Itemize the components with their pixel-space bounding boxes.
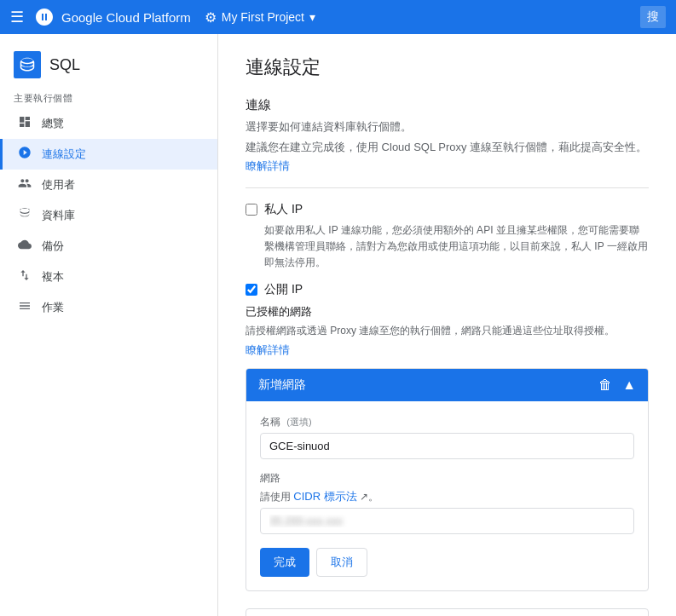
network-field-input[interactable]	[260, 508, 634, 534]
sidebar-item-backup[interactable]: 備份	[0, 231, 217, 262]
private-ip-row: 私人 IP	[246, 202, 649, 217]
backup-icon	[16, 238, 33, 255]
connection-desc2-text: 建議您在建立完成後，使用 Cloud SQL Proxy 連線至執行個體，藉此提…	[246, 141, 647, 153]
private-ip-checkbox[interactable]	[246, 204, 257, 216]
new-network-box: 新增網路 🗑 ▲ 名稱 (選填) 網路 請使用 CIDR 標	[246, 368, 649, 591]
project-name: My First Project	[222, 10, 304, 24]
database-icon	[16, 207, 33, 224]
authorized-networks-label: 已授權的網路	[246, 304, 649, 320]
public-ip-row: 公開 IP	[246, 282, 649, 297]
connection-learn-more[interactable]: 瞭解詳情	[246, 159, 290, 172]
add-network-button[interactable]: + 新增「網路」	[246, 608, 649, 616]
name-field-label: 名稱 (選填)	[260, 415, 634, 429]
cidr-link[interactable]: CIDR 標示法	[293, 490, 356, 503]
topbar-logo: Google Cloud Platform	[34, 7, 191, 27]
connection-desc2: 建議您在建立完成後，使用 Cloud SQL Proxy 連線至執行個體，藉此提…	[246, 139, 649, 156]
menu-icon[interactable]: ☰	[10, 8, 24, 26]
authorized-networks-desc: 請授權網路或透過 Proxy 連線至您的執行個體，網路只能通過這些位址取得授權。	[246, 323, 649, 339]
overview-icon	[16, 115, 33, 132]
sidebar-label-jobs: 作業	[42, 300, 64, 315]
network-field-group: 網路 請使用 CIDR 標示法 ↗。	[260, 471, 634, 534]
sidebar-item-overview[interactable]: 總覽	[0, 108, 217, 139]
sidebar-label-replica: 複本	[42, 269, 64, 285]
network-btn-row: 完成 取消	[260, 548, 634, 577]
public-ip-checkbox[interactable]	[246, 284, 257, 296]
sidebar-item-replica[interactable]: 複本	[0, 262, 217, 292]
network-field-label: 網路	[260, 471, 634, 486]
name-field-group: 名稱 (選填)	[260, 415, 634, 459]
connection-icon	[16, 146, 33, 163]
project-icon: ⚙	[205, 9, 217, 26]
jobs-icon	[16, 299, 33, 316]
sidebar-label-backup: 備份	[42, 239, 64, 254]
public-ip-label[interactable]: 公開 IP	[264, 282, 303, 297]
search-button[interactable]: 搜	[640, 6, 666, 28]
network-box-body: 名稱 (選填) 網路 請使用 CIDR 標示法 ↗。 完成 取消	[246, 401, 648, 590]
authorized-networks-learn-more[interactable]: 瞭解詳情	[246, 343, 290, 356]
sidebar-item-connection[interactable]: 連線設定	[0, 139, 217, 170]
gcp-logo-icon	[34, 7, 55, 27]
topbar: ☰ Google Cloud Platform ⚙ My First Proje…	[0, 0, 676, 34]
gcp-logo-text: Google Cloud Platform	[61, 10, 191, 25]
layout: SQL 主要執行個體 總覽 連線設定 使用者 資料庫	[0, 34, 676, 616]
network-box-header-actions: 🗑 ▲	[598, 377, 636, 393]
sidebar-item-jobs[interactable]: 作業	[0, 292, 217, 323]
name-optional-label: (選填)	[286, 417, 311, 427]
network-box-header: 新增網路 🗑 ▲	[246, 369, 648, 401]
project-selector[interactable]: ⚙ My First Project ▾	[205, 9, 315, 26]
network-cidr-note: 請使用 CIDR 標示法 ↗。	[260, 489, 634, 504]
network-collapse-button[interactable]: ▲	[622, 377, 636, 393]
replica-icon	[16, 268, 33, 285]
connection-desc1: 選擇要如何連結資料庫執行個體。	[246, 118, 649, 135]
sidebar-label-users: 使用者	[42, 177, 75, 193]
sql-icon	[14, 51, 41, 78]
sidebar-db-header: SQL	[0, 41, 217, 85]
name-field-input[interactable]	[260, 433, 634, 459]
users-icon	[16, 176, 33, 193]
db-title: SQL	[49, 56, 80, 74]
cancel-button[interactable]: 取消	[316, 548, 367, 577]
dropdown-icon: ▾	[309, 10, 315, 24]
sidebar-label-overview: 總覽	[42, 116, 64, 131]
sidebar: SQL 主要執行個體 總覽 連線設定 使用者 資料庫	[0, 34, 218, 616]
sidebar-item-users[interactable]: 使用者	[0, 170, 217, 200]
network-delete-button[interactable]: 🗑	[598, 377, 612, 393]
private-ip-desc: 如要啟用私人 IP 連線功能，您必須使用額外的 API 並且擁某些權限，您可能需…	[264, 222, 649, 272]
sidebar-item-database[interactable]: 資料庫	[0, 200, 217, 231]
divider1	[246, 187, 649, 188]
sidebar-label-database: 資料庫	[42, 208, 75, 223]
network-box-header-title: 新增網路	[258, 377, 306, 393]
sidebar-section-label: 主要執行個體	[0, 85, 217, 108]
private-ip-label[interactable]: 私人 IP	[264, 202, 303, 217]
sidebar-label-connection: 連線設定	[42, 147, 86, 162]
page-title: 連線設定	[246, 55, 649, 80]
main-content: 連線設定 連線 選擇要如何連結資料庫執行個體。 建議您在建立完成後，使用 Clo…	[218, 34, 676, 616]
connection-section-title: 連線	[246, 97, 649, 113]
done-button[interactable]: 完成	[260, 548, 309, 577]
